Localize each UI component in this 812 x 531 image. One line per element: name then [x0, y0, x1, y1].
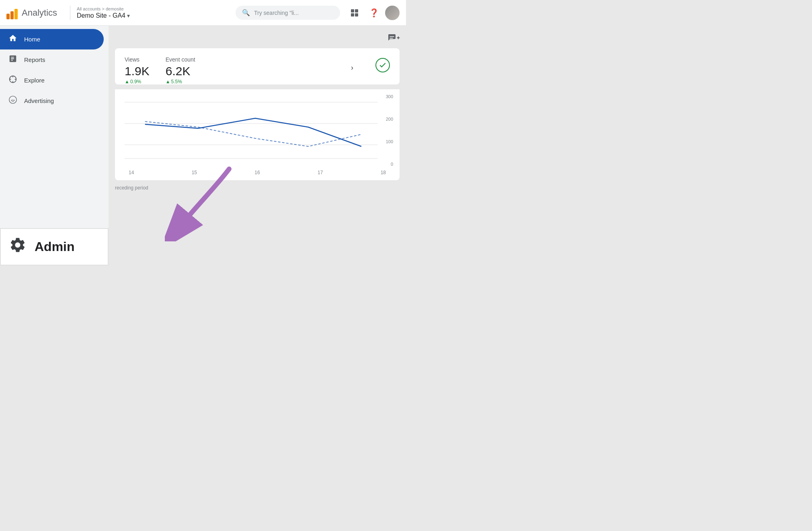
avatar[interactable] — [385, 6, 400, 20]
explore-icon — [8, 75, 18, 86]
sidebar-home-label: Home — [24, 36, 40, 43]
event-count-change: ▲ 5.5% — [166, 79, 195, 84]
help-button[interactable]: ❓ — [366, 5, 382, 21]
sidebar-reports-label: Reports — [24, 56, 45, 63]
event-count-change-arrow: ▲ — [166, 79, 170, 84]
apps-button[interactable] — [347, 5, 363, 21]
analytics-logo-icon — [6, 6, 18, 19]
solid-line — [145, 118, 361, 146]
sparkle-icon: ✦ — [396, 35, 401, 41]
views-label: Views — [125, 56, 150, 63]
x-label-15: 15 — [192, 170, 197, 175]
y-label-0: 0 — [386, 162, 393, 167]
views-change-arrow: ▲ — [125, 79, 129, 84]
x-label-17: 17 — [318, 170, 323, 175]
y-label-100: 100 — [386, 139, 393, 144]
sidebar-advertising-label: Advertising — [24, 97, 54, 104]
y-label-200: 200 — [386, 117, 393, 121]
sidebar-item-advertising[interactable]: Advertising — [0, 91, 104, 111]
admin-gear-icon — [9, 236, 27, 257]
search-icon: 🔍 — [242, 9, 250, 16]
breadcrumb: All accounts > demosite — [77, 6, 130, 11]
grid-icon — [351, 9, 358, 16]
header-icons: ❓ — [347, 5, 400, 21]
home-icon — [8, 34, 18, 45]
x-label-14: 14 — [129, 170, 134, 175]
x-label-16: 16 — [254, 170, 260, 175]
svg-point-1 — [12, 99, 13, 100]
event-count-stat: Event count 6.2K ▲ 5.5% — [166, 56, 195, 84]
header-divider — [70, 6, 70, 20]
chart-x-labels: 14 15 16 17 18 — [125, 168, 390, 175]
app-title: Analytics — [22, 8, 57, 18]
dashed-line — [145, 121, 361, 146]
sidebar-explore-label: Explore — [24, 77, 45, 84]
admin-label: Admin — [35, 239, 75, 254]
chart-svg — [125, 94, 390, 167]
verified-icon — [375, 58, 390, 72]
chart-y-labels: 300 200 100 0 — [386, 94, 393, 167]
views-change: ▲ 0.9% — [125, 79, 150, 84]
avatar-image — [385, 6, 400, 20]
logo-area: Analytics — [6, 6, 57, 19]
y-label-300: 300 — [386, 94, 393, 99]
account-selector[interactable]: All accounts > demosite Demo Site - GA4 … — [77, 6, 130, 19]
sidebar: Home Reports Explore Advertising — [0, 26, 109, 266]
sidebar-item-home[interactable]: Home — [0, 29, 104, 49]
admin-panel[interactable]: Admin — [0, 228, 109, 266]
search-placeholder-text: Try searching "li... — [254, 10, 299, 16]
preceding-period-text: receding period — [115, 185, 400, 191]
main-layout: Home Reports Explore Advertising — [0, 26, 406, 266]
event-count-value: 6.2K — [166, 64, 195, 78]
search-bar[interactable]: 🔍 Try searching "li... — [236, 6, 340, 20]
views-stat: Views 1.9K ▲ 0.9% — [125, 56, 150, 84]
content-area: ✦ Views 1.9K ▲ 0.9% Event count 6.2K — [109, 26, 406, 266]
event-count-change-text: 5.5% — [171, 79, 182, 84]
chart-area: 300 200 100 0 14 15 16 17 — [115, 89, 400, 180]
stats-card: Views 1.9K ▲ 0.9% Event count 6.2K ▲ 5.5… — [115, 48, 400, 84]
event-count-label: Event count — [166, 56, 195, 63]
advertising-icon — [8, 95, 18, 106]
dropdown-arrow-icon: ▾ — [127, 12, 130, 19]
account-name[interactable]: Demo Site - GA4 ▾ — [77, 12, 130, 19]
stats-row: Views 1.9K ▲ 0.9% Event count 6.2K ▲ 5.5… — [125, 56, 390, 84]
reports-icon — [8, 54, 18, 65]
next-stats-button[interactable]: › — [345, 60, 359, 75]
sidebar-item-reports[interactable]: Reports — [0, 49, 104, 70]
views-change-text: 0.9% — [130, 79, 141, 84]
views-value: 1.9K — [125, 64, 150, 78]
help-icon: ❓ — [369, 8, 379, 18]
sidebar-item-explore[interactable]: Explore — [0, 70, 104, 91]
header: Analytics All accounts > demosite Demo S… — [0, 0, 406, 26]
insights-button[interactable]: ✦ — [386, 30, 402, 46]
x-label-18: 18 — [381, 170, 386, 175]
